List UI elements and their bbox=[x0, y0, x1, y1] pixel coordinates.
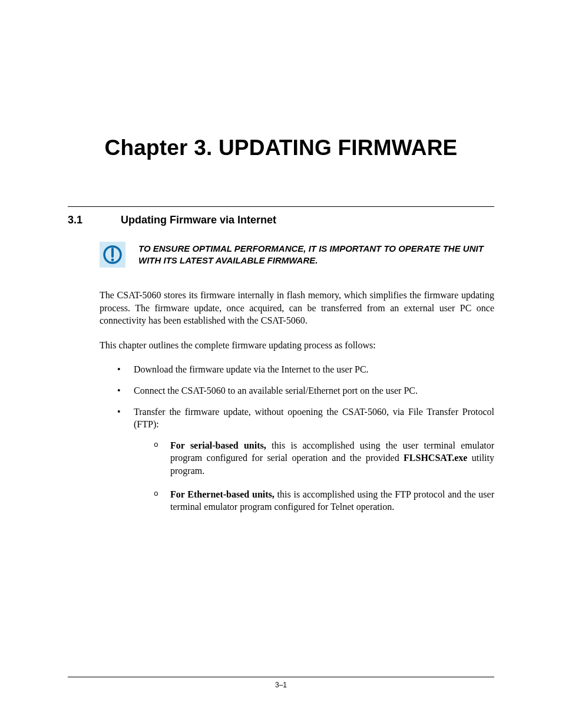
program-name: FLSHCSAT.exe bbox=[404, 453, 467, 463]
horizontal-rule bbox=[68, 206, 494, 207]
list-item: For serial-based units, this is accompli… bbox=[154, 439, 494, 477]
svg-point-2 bbox=[111, 259, 114, 262]
body-content: The CSAT-5060 stores its firmware intern… bbox=[100, 289, 494, 513]
page-number: 3–1 bbox=[0, 681, 562, 689]
chapter-title: Chapter 3. UPDATING FIRMWARE bbox=[68, 0, 494, 160]
footer-rule bbox=[68, 677, 494, 677]
section-heading: 3.1 Updating Firmware via Internet bbox=[68, 214, 494, 226]
page: Chapter 3. UPDATING FIRMWARE 3.1 Updatin… bbox=[0, 0, 562, 728]
info-icon bbox=[100, 242, 125, 268]
list-item: For Ethernet-based units, this is accomp… bbox=[154, 488, 494, 513]
list-item-text: Transfer the firmware update, without op… bbox=[134, 407, 494, 430]
sub-lead: For serial-based units, bbox=[170, 440, 266, 450]
list-item: Transfer the firmware update, without op… bbox=[117, 406, 494, 513]
bullet-list: Download the firmware update via the Int… bbox=[117, 363, 494, 513]
sub-list: For serial-based units, this is accompli… bbox=[154, 439, 494, 513]
section-number: 3.1 bbox=[68, 214, 121, 226]
sub-lead: For Ethernet-based units, bbox=[170, 489, 275, 499]
paragraph: The CSAT-5060 stores its firmware intern… bbox=[100, 289, 494, 327]
callout-text: TO ENSURE OPTIMAL PERFORMANCE, IT IS IMP… bbox=[138, 243, 494, 267]
list-item: Connect the CSAT-5060 to an available se… bbox=[117, 384, 494, 397]
paragraph: This chapter outlines the complete firmw… bbox=[100, 339, 494, 352]
section-title: Updating Firmware via Internet bbox=[121, 214, 276, 226]
list-item: Download the firmware update via the Int… bbox=[117, 363, 494, 376]
important-callout: TO ENSURE OPTIMAL PERFORMANCE, IT IS IMP… bbox=[100, 242, 494, 268]
